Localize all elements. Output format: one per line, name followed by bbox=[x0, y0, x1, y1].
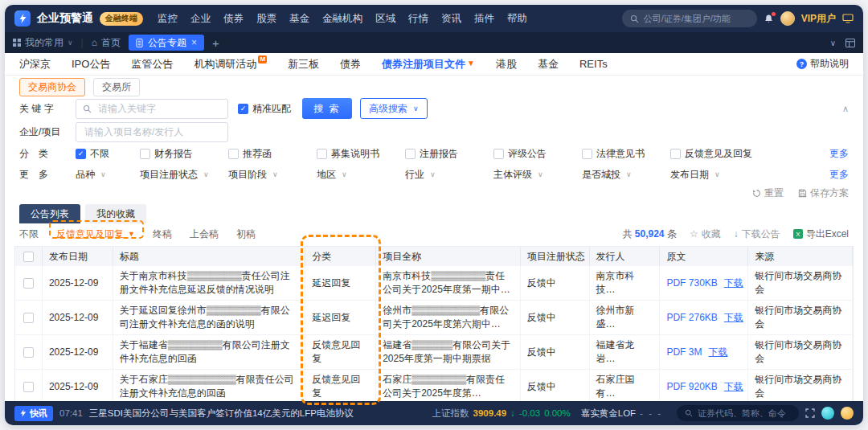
news-ticker[interactable]: 三星SDI美国分公司与美国客户签订价值14亿美元的LFP电池协议 bbox=[89, 407, 354, 420]
tab-home[interactable]: ⌂ 首页 bbox=[92, 36, 121, 50]
cell-project-name[interactable]: 福建省▒▒▒▒▒▒有限公司关于2025年度第一期中期票据 bbox=[376, 335, 521, 369]
checkbox-checked-icon[interactable]: ✓ bbox=[238, 104, 248, 114]
project-input-box[interactable] bbox=[76, 122, 228, 142]
table-row[interactable]: 2025-12-09 关于南京市科技▒▒▒▒▒▒▒▒责任公司注册文件补充信息延迟… bbox=[15, 266, 853, 301]
download-link[interactable]: 下载 bbox=[724, 311, 743, 325]
fullscreen-icon[interactable] bbox=[805, 408, 815, 418]
top-nav-item[interactable]: 资讯 bbox=[441, 12, 461, 26]
category-checkbox-item[interactable]: 法律意见书 bbox=[582, 147, 670, 161]
my-common-menu[interactable]: 我的常用 ∨ bbox=[13, 36, 73, 50]
checkbox-icon[interactable] bbox=[670, 149, 681, 159]
download-link[interactable]: 下载 bbox=[724, 276, 743, 290]
pdf-link[interactable]: PDF 920KB bbox=[666, 381, 717, 392]
cell-title[interactable]: 关于延迟回复徐州市▒▒▒▒▒▒▒▒有限公司注册文件补充信息的函的说明 bbox=[113, 301, 306, 334]
nav-tab[interactable]: REITs bbox=[579, 58, 608, 70]
category-checkbox-item[interactable]: 财务报告 bbox=[140, 147, 228, 161]
checkbox-icon[interactable] bbox=[228, 149, 239, 159]
cell-title[interactable]: 关于石家庄▒▒▒▒▒▒▒▒▒▒有限责任公司注册文件补充信息的回函 bbox=[113, 370, 306, 401]
more-filters-link[interactable]: 更多 bbox=[829, 168, 849, 182]
footer-search-input[interactable]: 证券代码、简称、命令 bbox=[677, 405, 799, 421]
top-nav-item[interactable]: 债券 bbox=[223, 12, 244, 26]
filter-dropdown[interactable]: 项目注册状态 ∨ bbox=[140, 168, 228, 182]
terminal-monitor-icon[interactable] bbox=[842, 14, 854, 23]
app-logo-icon[interactable] bbox=[14, 10, 31, 27]
filter-dropdown[interactable]: 行业 ∨ bbox=[405, 168, 493, 182]
nav-tab[interactable]: 基金 bbox=[538, 57, 559, 72]
category-checkbox-item[interactable]: 募集说明书 bbox=[317, 147, 405, 161]
nav-tab[interactable]: IPO公告 bbox=[72, 57, 110, 72]
nav-tab[interactable]: 港股 bbox=[496, 57, 517, 72]
cell-title[interactable]: 关于南京市科技▒▒▒▒▒▒▒▒责任公司注册文件补充信息延迟反馈的情况说明 bbox=[113, 266, 306, 300]
vip-user-label[interactable]: VIP用户 bbox=[801, 12, 836, 26]
quick-filter[interactable]: 终稿 bbox=[153, 227, 172, 241]
index-ticker[interactable]: 上证指数 3909.49 ↓ -0.03 0.00% 嘉实黄金LOF - - - bbox=[432, 407, 662, 420]
panel-layout-icon[interactable] bbox=[845, 39, 855, 47]
assistant-icon[interactable] bbox=[841, 407, 854, 420]
quick-filter[interactable]: 不限 bbox=[19, 227, 39, 241]
row-checkbox[interactable] bbox=[23, 347, 34, 358]
tab-announcement-list[interactable]: 公告列表 bbox=[19, 204, 80, 223]
filter-dropdown[interactable]: 项目阶段 ∨ bbox=[228, 168, 317, 182]
search-button[interactable]: 搜 索 bbox=[302, 98, 352, 119]
nav-tab[interactable]: 监管公告 bbox=[131, 57, 173, 72]
checkbox-icon[interactable] bbox=[582, 149, 592, 159]
checkbox-icon[interactable] bbox=[317, 149, 327, 159]
top-nav-item[interactable]: 金融机构 bbox=[322, 12, 362, 26]
row-checkbox[interactable] bbox=[23, 382, 34, 392]
top-nav-item[interactable]: 帮助 bbox=[507, 12, 527, 26]
filter-dropdown[interactable]: 是否城投 ∨ bbox=[582, 168, 670, 182]
table-row[interactable]: 2025-12-09 关于福建省▒▒▒▒▒▒▒▒有限公司注册文件补充信息的回函 … bbox=[15, 335, 853, 370]
chip-exchange[interactable]: 交易所 bbox=[93, 78, 140, 96]
checkbox-icon[interactable] bbox=[405, 149, 416, 159]
checkbox-checked-icon[interactable]: ✓ bbox=[76, 149, 86, 159]
pdf-link[interactable]: PDF 276KB bbox=[666, 312, 717, 323]
more-categories-link[interactable]: 更多 bbox=[829, 147, 849, 161]
chevron-down-icon[interactable]: ∨ bbox=[830, 39, 836, 47]
collapse-panel-icon[interactable]: ∧ bbox=[842, 104, 849, 114]
category-checkbox-item[interactable]: 注册报告 bbox=[405, 147, 493, 161]
filter-dropdown[interactable]: 品种 ∨ bbox=[76, 168, 140, 182]
category-checkbox-item[interactable]: ✓ 不限 bbox=[76, 147, 140, 161]
filter-dropdown[interactable]: 发布日期 ∨ bbox=[670, 168, 720, 182]
export-excel-button[interactable]: X 导出Excel bbox=[793, 227, 849, 241]
row-checkbox[interactable] bbox=[23, 278, 34, 289]
pdf-link[interactable]: PDF 3M bbox=[666, 346, 702, 358]
cell-issuer[interactable]: 石家庄国有… bbox=[590, 370, 661, 401]
customer-service-icon[interactable] bbox=[821, 407, 834, 420]
filter-dropdown[interactable]: 地区 ∨ bbox=[317, 168, 405, 182]
download-announcements-button[interactable]: ↓ 下载公告 bbox=[734, 227, 780, 241]
nav-tab-active[interactable]: 债券注册项目文件 ▼ bbox=[382, 57, 475, 72]
checkbox-icon[interactable] bbox=[493, 149, 504, 159]
tab-announcement-special[interactable]: 公告专题 × bbox=[129, 35, 204, 51]
nav-tab[interactable]: 新三板 bbox=[288, 57, 319, 72]
help-link[interactable]: ? 帮助说明 bbox=[796, 57, 849, 71]
quick-filter[interactable]: 上会稿 bbox=[190, 227, 219, 241]
cell-title[interactable]: 关于福建省▒▒▒▒▒▒▒▒有限公司注册文件补充信息的回函 bbox=[113, 335, 306, 369]
top-nav-item[interactable]: 股票 bbox=[256, 12, 276, 26]
select-all-checkbox[interactable] bbox=[23, 252, 34, 262]
top-nav-item[interactable]: 行情 bbox=[408, 12, 428, 26]
quick-filter[interactable]: 初稿 bbox=[236, 227, 256, 241]
table-row[interactable]: 2025-12-09 关于延迟回复徐州市▒▒▒▒▒▒▒▒有限公司注册文件补充信息… bbox=[15, 301, 853, 335]
filter-dropdown[interactable]: 主体评级 ∨ bbox=[493, 168, 582, 182]
top-nav-item[interactable]: 插件 bbox=[474, 12, 494, 26]
tab-my-favorites[interactable]: 我的收藏 bbox=[85, 204, 146, 223]
cell-issuer[interactable]: 福建省龙岩… bbox=[590, 335, 661, 369]
cell-project-name[interactable]: 徐州市▒▒▒▒▒▒▒▒▒▒有限公司关于2025年度第六期中… bbox=[376, 301, 521, 334]
notification-bell-icon[interactable] bbox=[764, 14, 774, 24]
top-nav-item[interactable]: 监控 bbox=[158, 12, 178, 26]
collect-button[interactable]: ☆ 收藏 bbox=[690, 227, 721, 241]
keyword-input-box[interactable] bbox=[76, 99, 228, 119]
avatar[interactable] bbox=[780, 11, 795, 26]
nav-tab[interactable]: 机构调研活动 M bbox=[194, 57, 267, 72]
cell-issuer[interactable]: 南京市科技… bbox=[590, 266, 661, 300]
global-search-input[interactable]: 公司/证券/集团户/功能 bbox=[622, 10, 757, 27]
category-checkbox-item[interactable]: 推荐函 bbox=[228, 147, 317, 161]
project-input[interactable] bbox=[83, 125, 221, 138]
cell-project-name[interactable]: 石家庄▒▒▒▒▒▒▒▒有限责任公司关于2025年度第… bbox=[376, 370, 521, 401]
pdf-link[interactable]: PDF 730KB bbox=[666, 277, 717, 289]
advanced-search-button[interactable]: 高级搜索 ∨ bbox=[360, 98, 428, 119]
save-plan-button[interactable]: 保存方案 bbox=[798, 186, 849, 200]
add-tab-button[interactable]: + bbox=[212, 36, 219, 50]
category-checkbox-item[interactable]: 反馈意见及回复 bbox=[670, 147, 752, 161]
